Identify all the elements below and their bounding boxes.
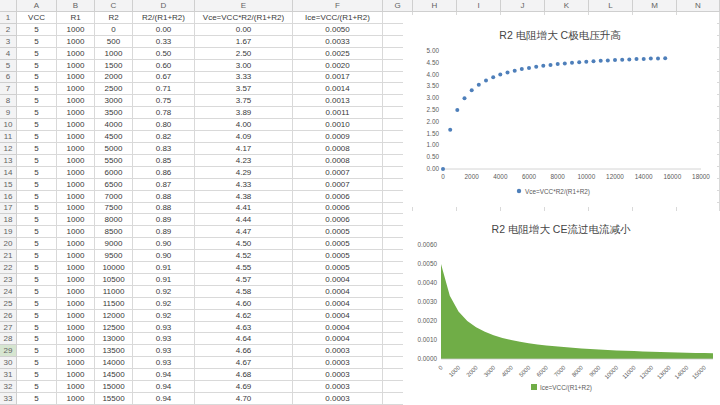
cell-D27[interactable]: 0.93 <box>133 322 195 334</box>
cell-B28[interactable]: 1000 <box>57 333 95 345</box>
cell-C27[interactable]: 12500 <box>95 322 133 334</box>
cell-D33[interactable]: 0.94 <box>133 393 195 405</box>
cell-C23[interactable]: 10500 <box>95 274 133 286</box>
cell-B15[interactable]: 1000 <box>57 179 95 191</box>
cell-B23[interactable]: 1000 <box>57 274 95 286</box>
row-header-16[interactable]: 16 <box>0 191 17 203</box>
cell-B27[interactable]: 1000 <box>57 322 95 334</box>
cell-C11[interactable]: 4500 <box>95 131 133 143</box>
cell-C1[interactable]: R2 <box>95 12 133 24</box>
cell-B24[interactable]: 1000 <box>57 286 95 298</box>
cell-B6[interactable]: 1000 <box>57 72 95 84</box>
column-header-K[interactable]: K <box>545 0 589 12</box>
cell-B18[interactable]: 1000 <box>57 214 95 226</box>
row-header-18[interactable]: 18 <box>0 214 17 226</box>
cell-B33[interactable]: 1000 <box>57 393 95 405</box>
cell-D15[interactable]: 0.87 <box>133 179 195 191</box>
cell-F15[interactable]: 0.0007 <box>293 179 383 191</box>
cell-A24[interactable]: 5 <box>17 286 57 298</box>
cell-A8[interactable]: 5 <box>17 95 57 107</box>
cell-C6[interactable]: 2000 <box>95 72 133 84</box>
cell-A32[interactable]: 5 <box>17 381 57 393</box>
row-header-27[interactable]: 27 <box>0 322 17 334</box>
column-header-D[interactable]: D <box>133 0 195 12</box>
cell-D22[interactable]: 0.91 <box>133 262 195 274</box>
cell-C26[interactable]: 12000 <box>95 310 133 322</box>
cell-F27[interactable]: 0.0004 <box>293 322 383 334</box>
row-header-32[interactable]: 32 <box>0 381 17 393</box>
cell-C10[interactable]: 4000 <box>95 119 133 131</box>
cell-E3[interactable]: 1.67 <box>195 36 293 48</box>
cell-A16[interactable]: 5 <box>17 191 57 203</box>
cell-E25[interactable]: 4.60 <box>195 298 293 310</box>
row-header-7[interactable]: 7 <box>0 83 17 95</box>
cell-A31[interactable]: 5 <box>17 369 57 381</box>
cell-F18[interactable]: 0.0006 <box>293 214 383 226</box>
cell-D32[interactable]: 0.94 <box>133 381 195 393</box>
cell-F16[interactable]: 0.0006 <box>293 191 383 203</box>
cell-D23[interactable]: 0.91 <box>133 274 195 286</box>
cell-E21[interactable]: 4.52 <box>195 250 293 262</box>
row-header-9[interactable]: 9 <box>0 107 17 119</box>
cell-D16[interactable]: 0.88 <box>133 191 195 203</box>
cell-A7[interactable]: 5 <box>17 83 57 95</box>
cell-B5[interactable]: 1000 <box>57 60 95 72</box>
cell-D2[interactable]: 0.00 <box>133 24 195 36</box>
cell-E18[interactable]: 4.44 <box>195 214 293 226</box>
cell-A5[interactable]: 5 <box>17 60 57 72</box>
cell-F26[interactable]: 0.0004 <box>293 310 383 322</box>
cell-A33[interactable]: 5 <box>17 393 57 405</box>
cell-B3[interactable]: 1000 <box>57 36 95 48</box>
cell-C18[interactable]: 8000 <box>95 214 133 226</box>
cell-C7[interactable]: 2500 <box>95 83 133 95</box>
cell-D20[interactable]: 0.90 <box>133 238 195 250</box>
cell-B31[interactable]: 1000 <box>57 369 95 381</box>
column-header-B[interactable]: B <box>57 0 95 12</box>
row-header-2[interactable]: 2 <box>0 24 17 36</box>
row-header-6[interactable]: 6 <box>0 72 17 84</box>
cell-C30[interactable]: 14000 <box>95 357 133 369</box>
cell-D7[interactable]: 0.71 <box>133 83 195 95</box>
cell-B11[interactable]: 1000 <box>57 131 95 143</box>
row-header-1[interactable]: 1 <box>0 12 17 24</box>
cell-F32[interactable]: 0.0003 <box>293 381 383 393</box>
column-header-F[interactable]: F <box>293 0 383 12</box>
cell-A21[interactable]: 5 <box>17 250 57 262</box>
cell-C17[interactable]: 7500 <box>95 203 133 215</box>
cell-D6[interactable]: 0.67 <box>133 72 195 84</box>
row-header-31[interactable]: 31 <box>0 369 17 381</box>
row-header-22[interactable]: 22 <box>0 262 17 274</box>
cell-D9[interactable]: 0.78 <box>133 107 195 119</box>
row-header-13[interactable]: 13 <box>0 155 17 167</box>
cell-D8[interactable]: 0.75 <box>133 95 195 107</box>
cell-B2[interactable]: 1000 <box>57 24 95 36</box>
row-header-28[interactable]: 28 <box>0 333 17 345</box>
cell-A14[interactable]: 5 <box>17 167 57 179</box>
row-header-26[interactable]: 26 <box>0 310 17 322</box>
column-header-I[interactable]: I <box>457 0 501 12</box>
row-header-23[interactable]: 23 <box>0 274 17 286</box>
cell-A29[interactable]: 5 <box>17 345 57 357</box>
cell-F11[interactable]: 0.0009 <box>293 131 383 143</box>
cell-A15[interactable]: 5 <box>17 179 57 191</box>
cell-E27[interactable]: 4.63 <box>195 322 293 334</box>
cell-B26[interactable]: 1000 <box>57 310 95 322</box>
cell-A13[interactable]: 5 <box>17 155 57 167</box>
cell-C28[interactable]: 13000 <box>95 333 133 345</box>
cell-D10[interactable]: 0.80 <box>133 119 195 131</box>
cell-B4[interactable]: 1000 <box>57 48 95 60</box>
cell-E28[interactable]: 4.64 <box>195 333 293 345</box>
column-header-M[interactable]: M <box>633 0 677 12</box>
cell-C4[interactable]: 1000 <box>95 48 133 60</box>
cell-C9[interactable]: 3500 <box>95 107 133 119</box>
cell-B1[interactable]: R1 <box>57 12 95 24</box>
row-header-11[interactable]: 11 <box>0 131 17 143</box>
cell-E2[interactable]: 0.00 <box>195 24 293 36</box>
cell-A28[interactable]: 5 <box>17 333 57 345</box>
row-header-29[interactable]: 29 <box>0 345 17 357</box>
cell-D24[interactable]: 0.92 <box>133 286 195 298</box>
cell-C2[interactable]: 0 <box>95 24 133 36</box>
cell-F30[interactable]: 0.0003 <box>293 357 383 369</box>
row-header-10[interactable]: 10 <box>0 119 17 131</box>
cell-A20[interactable]: 5 <box>17 238 57 250</box>
